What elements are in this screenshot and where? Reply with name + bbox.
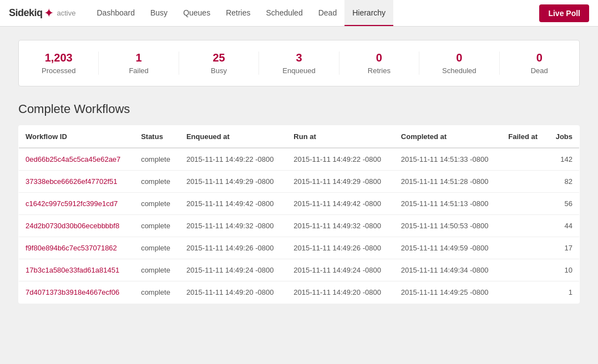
workflow-jobs-cell: 56 bbox=[547, 193, 579, 215]
workflow-run-cell: 2015-11-11 14:49:22 -0800 bbox=[287, 148, 394, 171]
workflow-jobs-cell: 1 bbox=[547, 281, 579, 304]
stat-item-dead: 0Dead bbox=[500, 52, 579, 75]
nav-right: Live Poll bbox=[539, 4, 589, 22]
workflow-id-link[interactable]: c1642c997c5912fc399e1cd7 bbox=[26, 199, 118, 208]
col-header-failed-at: Failed at bbox=[501, 126, 547, 148]
workflow-status-cell: complete bbox=[134, 148, 180, 171]
stat-item-scheduled: 0Scheduled bbox=[419, 52, 499, 75]
brand-status: active bbox=[57, 9, 76, 17]
workflow-run-cell: 2015-11-11 14:49:42 -0800 bbox=[287, 193, 394, 215]
section-title: Complete Workflows bbox=[18, 102, 580, 116]
workflow-status-cell: complete bbox=[134, 281, 180, 304]
col-header-workflow-id: Workflow ID bbox=[19, 126, 135, 148]
table-body: 0ed66b25c4a5c5ca45e62ae7complete2015-11-… bbox=[19, 148, 580, 304]
workflow-status-cell: complete bbox=[134, 193, 180, 215]
workflow-completed-cell: 2015-11-11 14:51:28 -0800 bbox=[394, 171, 501, 193]
nav-links: DashboardBusyQueuesRetriesScheduledDeadH… bbox=[89, 0, 540, 26]
table-row: 17b3c1a580e33fad61a81451complete2015-11-… bbox=[19, 259, 580, 281]
workflow-status-cell: complete bbox=[134, 171, 180, 193]
workflow-jobs-cell: 44 bbox=[547, 215, 579, 237]
workflow-id-cell: 17b3c1a580e33fad61a81451 bbox=[19, 259, 135, 281]
workflow-id-link[interactable]: 17b3c1a580e33fad61a81451 bbox=[26, 266, 119, 274]
stat-item-processed: 1,203Processed bbox=[19, 52, 99, 75]
workflow-jobs-cell: 17 bbox=[547, 237, 579, 259]
stat-label: Retries bbox=[339, 66, 419, 75]
workflow-failed-cell bbox=[501, 259, 547, 281]
workflow-run-cell: 2015-11-11 14:49:24 -0800 bbox=[287, 259, 394, 281]
workflow-failed-cell bbox=[501, 148, 547, 171]
brand-icon: ✦ bbox=[44, 6, 54, 20]
workflow-enqueued-cell: 2015-11-11 14:49:20 -0800 bbox=[180, 281, 287, 304]
navbar: Sidekiq ✦ active DashboardBusyQueuesRetr… bbox=[0, 0, 598, 27]
workflow-status-cell: complete bbox=[134, 215, 180, 237]
stat-item-enqueued: 3Enqueued bbox=[259, 52, 339, 75]
workflows-table: Workflow IDStatusEnqueued atRun atComple… bbox=[18, 125, 580, 304]
stat-item-failed: 1Failed bbox=[99, 52, 179, 75]
nav-link-dashboard[interactable]: Dashboard bbox=[89, 0, 143, 26]
workflow-id-link[interactable]: 24d2b0730d30b06ecebbbbf8 bbox=[26, 222, 119, 230]
stat-number: 0 bbox=[419, 52, 499, 64]
workflow-enqueued-cell: 2015-11-11 14:49:29 -0800 bbox=[180, 171, 287, 193]
stat-label: Busy bbox=[179, 66, 259, 75]
stat-label: Scheduled bbox=[419, 66, 499, 75]
col-header-jobs: Jobs bbox=[547, 126, 579, 148]
stats-box: 1,203Processed1Failed25Busy3Enqueued0Ret… bbox=[18, 40, 580, 86]
workflow-completed-cell: 2015-11-11 14:49:25 -0800 bbox=[394, 281, 501, 304]
workflow-run-cell: 2015-11-11 14:49:26 -0800 bbox=[287, 237, 394, 259]
workflow-failed-cell bbox=[501, 237, 547, 259]
stat-number: 25 bbox=[179, 52, 259, 64]
workflow-id-cell: 24d2b0730d30b06ecebbbbf8 bbox=[19, 215, 135, 237]
workflow-enqueued-cell: 2015-11-11 14:49:32 -0800 bbox=[180, 215, 287, 237]
nav-link-retries[interactable]: Retries bbox=[218, 0, 258, 26]
workflow-status-cell: complete bbox=[134, 237, 180, 259]
stat-label: Dead bbox=[500, 66, 579, 75]
workflow-completed-cell: 2015-11-11 14:51:33 -0800 bbox=[394, 148, 501, 171]
workflow-failed-cell bbox=[501, 193, 547, 215]
workflow-id-cell: 0ed66b25c4a5c5ca45e62ae7 bbox=[19, 148, 135, 171]
workflow-id-link[interactable]: 37338ebce66626ef47702f51 bbox=[26, 177, 118, 186]
table-row: 7d4071373b3918e4667ecf06complete2015-11-… bbox=[19, 281, 580, 304]
workflow-enqueued-cell: 2015-11-11 14:49:26 -0800 bbox=[180, 237, 287, 259]
workflow-completed-cell: 2015-11-11 14:49:59 -0800 bbox=[394, 237, 501, 259]
workflow-run-cell: 2015-11-11 14:49:29 -0800 bbox=[287, 171, 394, 193]
workflow-jobs-cell: 10 bbox=[547, 259, 579, 281]
main-content: 1,203Processed1Failed25Busy3Enqueued0Ret… bbox=[5, 27, 593, 317]
nav-link-dead[interactable]: Dead bbox=[311, 0, 344, 26]
workflow-completed-cell: 2015-11-11 14:49:34 -0800 bbox=[394, 259, 501, 281]
stat-number: 0 bbox=[339, 52, 419, 64]
stat-label: Enqueued bbox=[259, 66, 338, 75]
stat-item-busy: 25Busy bbox=[179, 52, 259, 75]
nav-link-scheduled[interactable]: Scheduled bbox=[259, 0, 311, 26]
table-row: 37338ebce66626ef47702f51complete2015-11-… bbox=[19, 171, 580, 193]
stat-item-retries: 0Retries bbox=[339, 52, 419, 75]
workflow-completed-cell: 2015-11-11 14:50:53 -0800 bbox=[394, 215, 501, 237]
workflow-id-link[interactable]: 0ed66b25c4a5c5ca45e62ae7 bbox=[26, 155, 120, 163]
workflow-failed-cell bbox=[501, 215, 547, 237]
workflow-failed-cell bbox=[501, 281, 547, 304]
nav-link-busy[interactable]: Busy bbox=[143, 0, 175, 26]
workflow-jobs-cell: 142 bbox=[547, 148, 579, 171]
stat-number: 1,203 bbox=[19, 52, 98, 64]
brand-name: Sidekiq bbox=[9, 7, 43, 19]
workflow-enqueued-cell: 2015-11-11 14:49:22 -0800 bbox=[180, 148, 287, 171]
workflow-jobs-cell: 82 bbox=[547, 171, 579, 193]
col-header-completed-at: Completed at bbox=[394, 126, 501, 148]
stat-label: Processed bbox=[19, 66, 98, 75]
table-header: Workflow IDStatusEnqueued atRun atComple… bbox=[19, 126, 580, 148]
col-header-enqueued-at: Enqueued at bbox=[180, 126, 287, 148]
nav-link-hierarchy[interactable]: Hierarchy bbox=[344, 0, 393, 26]
col-header-run-at: Run at bbox=[287, 126, 394, 148]
workflow-id-cell: 7d4071373b3918e4667ecf06 bbox=[19, 281, 135, 304]
live-poll-button[interactable]: Live Poll bbox=[539, 4, 589, 22]
nav-link-queues[interactable]: Queues bbox=[175, 0, 218, 26]
workflow-id-link[interactable]: 7d4071373b3918e4667ecf06 bbox=[26, 288, 119, 296]
workflow-run-cell: 2015-11-11 14:49:32 -0800 bbox=[287, 215, 394, 237]
col-header-status: Status bbox=[134, 126, 180, 148]
workflow-id-cell: c1642c997c5912fc399e1cd7 bbox=[19, 193, 135, 215]
stat-label: Failed bbox=[99, 66, 178, 75]
workflow-run-cell: 2015-11-11 14:49:20 -0800 bbox=[287, 281, 394, 304]
table-row: 24d2b0730d30b06ecebbbbf8complete2015-11-… bbox=[19, 215, 580, 237]
stat-number: 3 bbox=[259, 52, 338, 64]
workflow-id-link[interactable]: f9f80e894b6c7ec537071862 bbox=[26, 244, 117, 252]
stat-number: 1 bbox=[99, 52, 178, 64]
